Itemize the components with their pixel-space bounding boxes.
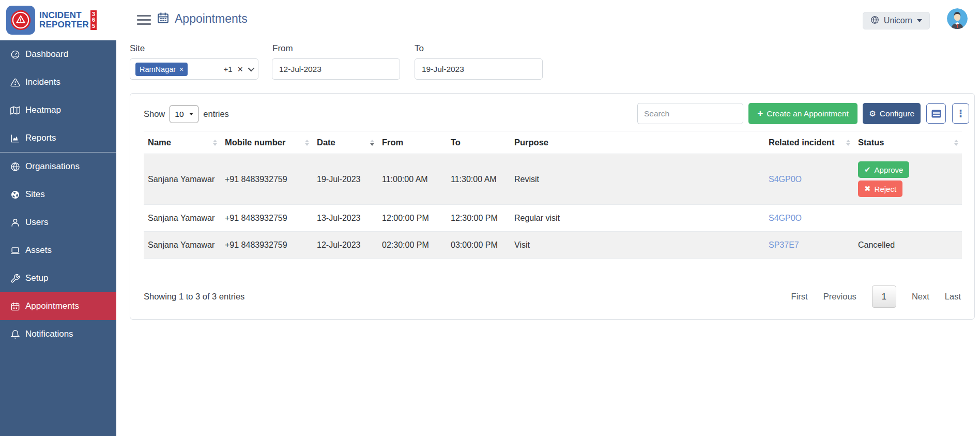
search-input[interactable] [637, 103, 743, 124]
create-appointment-button[interactable]: + Create an Appointment [748, 103, 858, 124]
select-caret-icon [189, 113, 193, 115]
table-row: Sanjana Yamawar +91 8483932759 12-Jul-20… [144, 232, 962, 259]
chevron-down-icon[interactable] [248, 65, 255, 72]
user-avatar[interactable] [947, 8, 968, 29]
cell-name: Sanjana Yamawar [144, 154, 221, 205]
cell-status [854, 205, 962, 232]
cell-to: 12:30:00 PM [447, 205, 510, 232]
menu-toggle-icon[interactable] [137, 15, 151, 25]
user-icon [10, 217, 20, 228]
column-header-status[interactable]: Status [854, 131, 962, 154]
main-area: Appointments Unicorn Site From To RamNag… [116, 0, 980, 436]
table-row: Sanjana Yamawar +91 8483932759 19-Jul-20… [144, 154, 962, 205]
table-row: Sanjana Yamawar +91 8483932759 13-Jul-20… [144, 205, 962, 232]
site-filter-label: Site [130, 43, 145, 54]
sidebar-item-incidents[interactable]: Incidents [0, 68, 116, 96]
related-incident-link[interactable]: S4GP0O [769, 214, 802, 222]
related-incident-link[interactable]: SP37E7 [769, 240, 799, 249]
site-multiselect[interactable]: RamNagar × +1 × [130, 58, 258, 80]
brand-text: INCIDENT REPORTER 365 [39, 10, 97, 31]
sidebar-item-label: Notifications [25, 329, 73, 339]
site-more-count: +1 [223, 65, 232, 73]
sidebar-item-reports[interactable]: Reports [0, 124, 116, 152]
cell-mobile: +91 8483932759 [221, 154, 313, 205]
column-header-to[interactable]: To [447, 131, 510, 154]
brand-line2: REPORTER [39, 20, 89, 29]
sidebar-item-notifications[interactable]: Notifications [0, 320, 116, 348]
cell-from: 12:00:00 PM [378, 205, 447, 232]
cell-name: Sanjana Yamawar [144, 232, 221, 259]
sidebar-item-heatmap[interactable]: Heatmap [0, 96, 116, 124]
org-selector[interactable]: Unicorn [863, 12, 930, 29]
cell-name: Sanjana Yamawar [144, 205, 221, 232]
plus-icon: + [757, 108, 763, 119]
check-icon: ✔ [864, 165, 871, 174]
appointments-card: Show 10 entries + Create an Appointment … [130, 93, 975, 320]
cell-to: 03:00:00 PM [447, 232, 510, 259]
warning-triangle-icon [10, 77, 20, 87]
cell-date: 12-Jul-2023 [313, 232, 378, 259]
pagination-next[interactable]: Next [912, 292, 929, 302]
configure-button[interactable]: ⚙ Configure [863, 103, 921, 124]
calendar-icon [10, 301, 20, 311]
sidebar-item-label: Setup [25, 273, 48, 283]
sidebar-item-users[interactable]: Users [0, 208, 116, 236]
sidebar-item-organisations[interactable]: Organisations [0, 153, 116, 181]
cell-related-incident: SP37E7 [764, 232, 854, 259]
page-size-value: 10 [175, 110, 183, 119]
column-header-date[interactable]: Date [313, 131, 378, 154]
clear-selection-icon[interactable]: × [237, 65, 243, 74]
cell-purpose: Revisit [510, 154, 764, 205]
sidebar-item-sites[interactable]: Sites [0, 181, 116, 208]
pagination-first[interactable]: First [791, 292, 808, 302]
reject-button[interactable]: ✖Reject [858, 181, 902, 197]
sidebar-item-label: Appointments [25, 301, 79, 311]
sort-desc-icon [370, 140, 374, 146]
laptop-icon [10, 245, 20, 255]
approve-button[interactable]: ✔Approve [858, 161, 909, 178]
bell-icon [10, 329, 20, 339]
gear-icon: ⚙ [869, 109, 876, 118]
cell-date: 19-Jul-2023 [313, 154, 378, 205]
cell-from: 02:30:00 PM [378, 232, 447, 259]
page-title-calendar-icon [157, 11, 170, 26]
column-header-related-incident[interactable]: Related incident [764, 131, 854, 154]
x-icon: ✖ [864, 184, 871, 193]
cell-related-incident: S4GP0O [764, 205, 854, 232]
column-header-name[interactable]: Name [144, 131, 221, 154]
cell-to: 11:30:00 AM [447, 154, 510, 205]
from-filter-label: From [272, 43, 293, 54]
column-header-from[interactable]: From [378, 131, 447, 154]
column-header-mobile[interactable]: Mobile number [221, 131, 313, 154]
map-icon [10, 105, 20, 115]
cell-mobile: +91 8483932759 [221, 232, 313, 259]
column-visibility-button[interactable] [926, 103, 946, 124]
sidebar-item-dashboard[interactable]: Dashboard [0, 40, 116, 68]
brand-line1: INCIDENT [39, 11, 89, 20]
app-logo[interactable]: INCIDENT REPORTER 365 [0, 0, 116, 40]
cell-status: Cancelled [854, 232, 962, 259]
sidebar-item-setup[interactable]: Setup [0, 264, 116, 292]
brand-365-badge: 365 [90, 10, 97, 31]
from-date-input[interactable] [272, 58, 400, 80]
sidebar: Dashboard Incidents Heatmap Reports [0, 0, 116, 436]
more-options-button[interactable]: ⋮ [952, 103, 969, 124]
pagination-current-page[interactable]: 1 [872, 285, 896, 308]
show-label: Show [144, 109, 165, 119]
org-name: Unicorn [884, 16, 912, 25]
pagination-last[interactable]: Last [945, 292, 961, 302]
related-incident-link[interactable]: S4GP0O [769, 175, 802, 184]
page-size-select[interactable]: 10 [170, 105, 198, 123]
to-date-input[interactable] [415, 58, 543, 80]
cell-purpose: Regular visit [510, 205, 764, 232]
pagination-previous[interactable]: Previous [823, 292, 856, 302]
logo-warning-icon [6, 6, 35, 35]
cell-mobile: +91 8483932759 [221, 205, 313, 232]
site-tag: RamNagar × [135, 63, 188, 76]
cell-from: 11:00:00 AM [378, 154, 447, 205]
sidebar-item-appointments[interactable]: Appointments [0, 292, 116, 320]
column-header-purpose[interactable]: Purpose [510, 131, 764, 154]
remove-tag-icon[interactable]: × [179, 65, 183, 73]
sidebar-item-assets[interactable]: Assets [0, 236, 116, 264]
wrench-icon [10, 273, 20, 283]
